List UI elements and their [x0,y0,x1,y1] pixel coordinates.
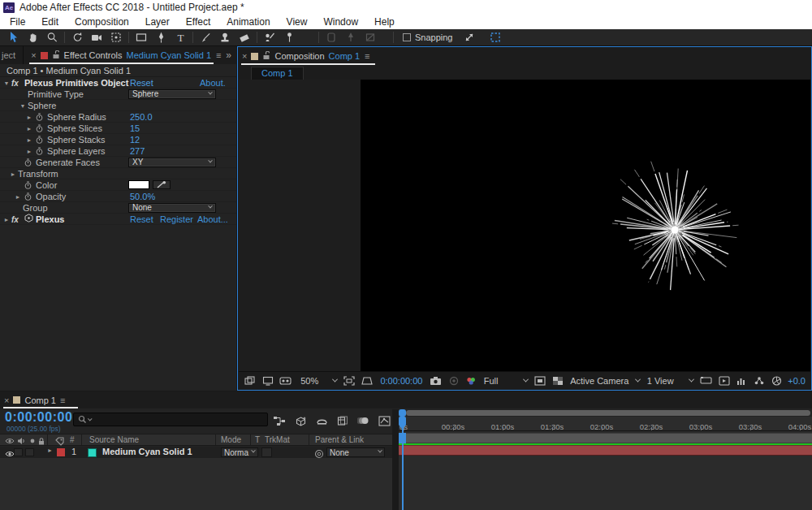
close-panel-icon[interactable]: × [242,51,247,61]
camera-view-dropdown[interactable]: Active Camera [568,376,641,386]
pixel-aspect-icon[interactable] [753,374,767,387]
expand-arrow-icon[interactable]: ► [13,192,23,203]
reset-link[interactable]: Reset [130,214,153,225]
panel-menu-icon[interactable]: ≡ [216,50,221,60]
motion-blur-icon[interactable] [356,414,370,427]
panel-title[interactable]: Composition [274,51,324,61]
magnification-dropdown[interactable]: 50% [299,376,339,386]
expand-arrow-icon[interactable]: ► [24,123,34,135]
exposure-value[interactable]: +0.0 [788,376,806,386]
trkmat-cell[interactable] [261,447,272,457]
pen-tool-icon[interactable] [151,30,171,45]
layer-audio-toggle[interactable] [14,448,23,456]
always-preview-icon[interactable] [244,374,257,387]
view-layout-dropdown[interactable]: 1 View [646,376,696,386]
search-options-chevron[interactable] [88,417,92,421]
fx-icon[interactable] [11,77,24,89]
viewer-timecode[interactable]: 0:00:00:00 [380,376,422,386]
register-link[interactable]: Register [160,214,193,225]
group-dropdown[interactable]: None [128,203,216,213]
snap-to-edges-icon[interactable] [486,30,505,45]
composition-viewer[interactable] [239,80,810,371]
rectangle-tool-icon[interactable] [132,30,151,45]
expand-arrow-icon[interactable]: ► [24,135,34,146]
camera-tool-icon[interactable] [87,30,106,45]
draft-3d-icon[interactable] [294,414,308,427]
close-panel-icon[interactable]: × [4,395,9,405]
time-navigator[interactable] [399,409,812,417]
mode-column[interactable]: Mode [221,435,241,444]
fx-icon[interactable] [11,214,24,226]
histogram-icon[interactable] [735,374,749,387]
layer-label-color[interactable] [57,448,65,456]
stopwatch-icon[interactable] [34,134,45,145]
effect-name[interactable]: Plexus [36,214,64,224]
tab-overflow-icon[interactable]: » [226,50,231,61]
main-viewer-icon[interactable] [261,374,275,387]
selection-tool-icon[interactable] [3,30,23,45]
stopwatch-icon[interactable] [34,123,45,134]
share-view-icon[interactable] [699,374,713,387]
panel-menu-icon[interactable]: ≡ [365,51,369,61]
menu-layer[interactable]: Layer [137,15,178,29]
t-column[interactable]: T [255,435,260,444]
collapse-arrow-icon[interactable]: ▼ [18,101,28,112]
panel-target-name[interactable]: Comp 1 [329,51,361,61]
reset-link[interactable]: Reset [130,77,153,89]
work-area-bar[interactable] [399,433,812,443]
stopwatch-icon[interactable] [34,145,45,157]
property-value[interactable]: 277 [130,145,145,157]
project-tab-partial[interactable]: ject [2,50,15,60]
layer-duration-bar[interactable] [399,445,812,456]
layer-name[interactable]: Medium Cyan Solid 1 [102,447,192,456]
blend-mode-dropdown[interactable]: Norma [221,447,258,457]
layer-solo-toggle[interactable] [25,448,34,456]
target-region-icon[interactable] [533,374,547,387]
type-tool-icon[interactable]: T [171,30,190,45]
menu-file[interactable]: File [2,15,33,29]
trkmat-column[interactable]: TrkMat [265,435,290,444]
color-swatch[interactable] [128,180,149,189]
timeline-tab-label[interactable]: Comp 1 [24,395,56,405]
panel-menu-icon[interactable]: ≡ [60,395,65,405]
roto-brush-tool-icon[interactable] [260,30,279,45]
stopwatch-icon[interactable] [23,191,33,202]
property-value[interactable]: 15 [130,123,140,134]
mask-visibility-icon[interactable] [279,374,293,387]
pan-behind-tool-icon[interactable] [106,30,126,45]
unlock-icon[interactable] [52,48,60,63]
stopwatch-icon[interactable] [23,179,33,191]
brush-tool-icon[interactable] [196,30,215,45]
menu-view[interactable]: View [279,15,316,29]
panel-target-name[interactable]: Medium Cyan Solid 1 [127,50,212,60]
layer-row[interactable]: ► 1 Medium Cyan Solid 1 Norma None [0,447,392,458]
show-channel-icon[interactable] [464,374,478,387]
preview-favors-icon[interactable] [717,374,731,387]
clone-stamp-tool-icon[interactable] [215,30,235,45]
puppet-pin-tool-icon[interactable] [279,30,299,45]
menu-help[interactable]: Help [366,15,403,29]
layer-search-input[interactable] [73,413,268,426]
parent-link-column[interactable]: Parent & Link [315,435,364,444]
property-value[interactable]: 12 [130,134,140,145]
snapping-checkbox[interactable] [403,33,411,41]
hand-tool-icon[interactable] [23,30,42,45]
resolution-dropdown[interactable]: Full [482,376,529,386]
mini-flowchart-icon[interactable] [273,414,287,427]
menu-effect[interactable]: Effect [178,15,218,29]
menu-animation[interactable]: Animation [218,15,278,29]
region-of-interest-icon[interactable] [343,374,356,387]
time-navigator-bar[interactable] [406,410,810,416]
stopwatch-icon[interactable] [23,157,33,168]
graph-editor-icon[interactable] [378,414,391,427]
expand-arrow-icon[interactable]: ► [24,146,34,158]
expand-arrow-icon[interactable]: ► [24,112,34,123]
about-link[interactable]: About... [197,214,228,225]
rotate-tool-icon[interactable] [67,30,87,45]
property-value[interactable]: 250.0 [130,111,153,123]
playhead-workarea-handle[interactable] [399,433,406,443]
stopwatch-icon[interactable] [34,111,45,123]
expand-arrow-icon[interactable]: ► [2,214,11,226]
parent-dropdown[interactable]: None [326,447,385,457]
primitive-type-dropdown[interactable]: Sphere [128,89,216,99]
